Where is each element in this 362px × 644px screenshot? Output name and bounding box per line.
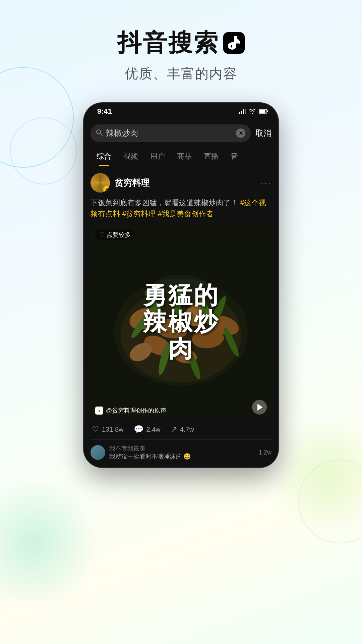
tab-user[interactable]: 用户 bbox=[144, 147, 171, 166]
user-avatar: ✓ bbox=[90, 173, 110, 193]
tiktok-logo-icon bbox=[223, 32, 245, 54]
search-section: 辣椒炒肉 ✕ 取消 bbox=[84, 120, 278, 147]
play-triangle-icon bbox=[257, 404, 263, 411]
hot-badge-text: 点赞较多 bbox=[107, 231, 131, 239]
post-description: 下饭菜到底有多凶猛，就看这道辣椒炒肉了！ #这个视频有点料 #贫穷料理 #我是美… bbox=[90, 197, 272, 219]
tiktok-small-icon: ♪ bbox=[95, 407, 103, 415]
user-card: ✓ 贫穷料理 ··· bbox=[90, 173, 272, 193]
wifi-icon bbox=[249, 109, 256, 114]
audio-bar[interactable]: ♪ @贫穷料理创作的原声 bbox=[95, 407, 166, 415]
status-bar: 9:41 bbox=[84, 103, 278, 120]
verified-badge: ✓ bbox=[103, 186, 110, 193]
hashtag-2[interactable]: #贫穷料理 bbox=[122, 210, 158, 218]
signal-icon bbox=[239, 109, 246, 114]
phone-wrapper: 9:41 bbox=[0, 103, 362, 467]
video-thumbnail[interactable]: 勇猛的辣椒炒肉 ♡ 点赞较多 ♪ @贫穷料理创作的原声 bbox=[90, 225, 272, 419]
tab-music[interactable]: 音 bbox=[225, 147, 244, 166]
svg-point-7 bbox=[97, 130, 101, 134]
svg-rect-2 bbox=[243, 109, 244, 114]
hot-badge: ♡ 点赞较多 bbox=[95, 229, 135, 240]
video-title-overlay: 勇猛的辣椒炒肉 bbox=[90, 225, 272, 419]
shares-stat[interactable]: ↗ 4.7w bbox=[171, 425, 194, 434]
svg-rect-3 bbox=[245, 109, 246, 114]
comment-body: 我就没一次看时不咽唾沫的 😄 bbox=[109, 452, 255, 461]
svg-rect-6 bbox=[267, 110, 268, 112]
commenter-name: 我不管我最美 bbox=[109, 444, 255, 452]
header-section: 抖音搜索 优质、丰富的内容 bbox=[0, 0, 362, 96]
tab-comprehensive[interactable]: 综合 bbox=[90, 147, 117, 166]
tab-video[interactable]: 视频 bbox=[117, 147, 144, 166]
svg-line-8 bbox=[100, 133, 102, 136]
svg-rect-1 bbox=[241, 111, 242, 114]
likes-stat[interactable]: ♡ 131.8w bbox=[92, 425, 124, 434]
hot-heart-icon: ♡ bbox=[99, 231, 105, 238]
tab-live[interactable]: 直播 bbox=[198, 147, 225, 166]
tab-product[interactable]: 商品 bbox=[171, 147, 198, 166]
share-icon: ↗ bbox=[171, 425, 177, 434]
more-options-button[interactable]: ··· bbox=[261, 177, 272, 188]
search-clear-button[interactable]: ✕ bbox=[236, 128, 245, 138]
comment-icon: 💬 bbox=[134, 425, 144, 434]
user-name: 贫穷料理 bbox=[115, 177, 256, 189]
phone-inner: 9:41 bbox=[84, 103, 278, 467]
comment-count: 1.2w bbox=[259, 449, 272, 456]
comment-preview: 我不管我最美 我就没一次看时不咽唾沫的 😄 1.2w bbox=[90, 439, 272, 461]
battery-icon bbox=[259, 109, 268, 114]
search-query-text: 辣椒炒肉 bbox=[106, 128, 233, 139]
svg-rect-5 bbox=[259, 110, 265, 113]
tabs-section: 综合 视频 用户 商品 直播 音 bbox=[84, 147, 278, 166]
shares-count: 4.7w bbox=[180, 426, 194, 433]
search-bar[interactable]: 辣椒炒肉 ✕ bbox=[90, 124, 251, 142]
phone-frame: 9:41 bbox=[84, 103, 278, 467]
hashtag-3[interactable]: #我是美食创作者 bbox=[158, 210, 213, 218]
stats-row: ♡ 131.8w 💬 2.4w ↗ 4.7w bbox=[90, 425, 272, 434]
cancel-button[interactable]: 取消 bbox=[255, 128, 272, 139]
title-text: 抖音搜索 bbox=[117, 27, 219, 59]
comment-text-wrapper: 我不管我最美 我就没一次看时不咽唾沫的 😄 bbox=[109, 444, 255, 461]
food-image: 勇猛的辣椒炒肉 ♡ 点赞较多 ♪ @贫穷料理创作的原声 bbox=[90, 225, 272, 419]
svg-rect-0 bbox=[239, 112, 240, 114]
search-icon bbox=[96, 129, 103, 138]
likes-count: 131.8w bbox=[102, 426, 124, 433]
subtitle-text: 优质、丰富的内容 bbox=[0, 64, 362, 83]
status-icons bbox=[239, 109, 268, 114]
video-main-title: 勇猛的辣椒炒肉 bbox=[143, 282, 219, 362]
audio-text: @贫穷料理创作的原声 bbox=[106, 407, 166, 415]
comments-stat[interactable]: 💬 2.4w bbox=[134, 425, 161, 434]
heart-icon: ♡ bbox=[92, 425, 99, 434]
comments-count: 2.4w bbox=[146, 426, 161, 433]
commenter-avatar bbox=[90, 445, 105, 460]
play-button[interactable] bbox=[252, 400, 267, 415]
status-time: 9:41 bbox=[97, 107, 112, 116]
app-title: 抖音搜索 bbox=[0, 27, 362, 59]
content-area: ✓ 贫穷料理 ··· 下饭菜到底有多凶猛，就看这道辣椒炒肉了！ #这个视频有点料… bbox=[84, 166, 278, 467]
bg-glow-left bbox=[0, 476, 101, 610]
